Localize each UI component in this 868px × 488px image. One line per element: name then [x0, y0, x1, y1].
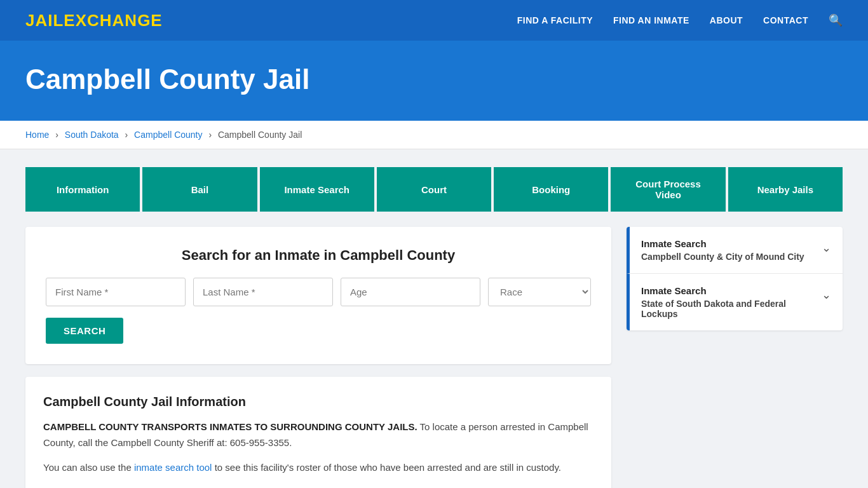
- nav-about[interactable]: ABOUT: [710, 15, 743, 25]
- inmate-search-box: Search for an Inmate in Campbell County …: [25, 227, 611, 364]
- main-nav: FIND A FACILITY FIND AN INMATE ABOUT CON…: [517, 13, 843, 27]
- main-content: Search for an Inmate in Campbell County …: [0, 212, 868, 488]
- sidebar-sd-heading: Inmate Search: [641, 285, 822, 296]
- breadcrumb-home[interactable]: Home: [25, 130, 49, 140]
- search-icon[interactable]: 🔍: [829, 13, 843, 27]
- right-sidebar: Inmate Search Campbell County & City of …: [627, 227, 843, 330]
- chevron-down-icon-campbell: ⌄: [822, 241, 831, 255]
- tab-nearby-jails[interactable]: Nearby Jails: [728, 167, 843, 212]
- tab-inmate-search[interactable]: Inmate Search: [260, 167, 374, 212]
- logo[interactable]: JAILEXCHANGE: [25, 11, 163, 30]
- nav-find-inmate[interactable]: FIND AN INMATE: [613, 15, 689, 25]
- sidebar-item-campbell-text: Inmate Search Campbell County & City of …: [641, 238, 804, 262]
- sidebar-sd-subtext: State of South Dakota and Federal Lockup…: [641, 299, 822, 319]
- breadcrumb-sep-2: ›: [125, 130, 128, 140]
- logo-exchange: EXCHANGE: [64, 11, 162, 30]
- breadcrumb: Home › South Dakota › Campbell County › …: [0, 121, 868, 149]
- search-title: Search for an Inmate in Campbell County: [46, 247, 591, 264]
- info-text-2-before: You can also use the: [43, 462, 134, 473]
- search-fields: Race White Black Hispanic Asian Native A…: [46, 278, 591, 306]
- inmate-search-link[interactable]: inmate search tool: [134, 462, 212, 473]
- sidebar-campbell-subtext: Campbell County & City of Mound City: [641, 252, 804, 262]
- search-button[interactable]: SEARCH: [46, 318, 123, 344]
- tab-information[interactable]: Information: [25, 167, 140, 212]
- breadcrumb-south-dakota[interactable]: South Dakota: [65, 130, 119, 140]
- info-paragraph-2: You can also use the inmate search tool …: [43, 460, 593, 476]
- sidebar-campbell-heading: Inmate Search: [641, 238, 804, 249]
- race-select[interactable]: Race White Black Hispanic Asian Native A…: [488, 278, 591, 306]
- nav-contact[interactable]: CONTACT: [763, 15, 808, 25]
- breadcrumb-current: Campbell County Jail: [218, 130, 302, 140]
- breadcrumb-sep-3: ›: [208, 130, 212, 140]
- tab-court-process-video[interactable]: Court Process Video: [611, 167, 725, 212]
- age-input[interactable]: [341, 278, 480, 306]
- info-box: Campbell County Jail Information CAMPBEL…: [25, 377, 611, 488]
- info-title: Campbell County Jail Information: [43, 395, 593, 409]
- tab-court[interactable]: Court: [377, 167, 491, 212]
- tabs-wrapper: Information Bail Inmate Search Court Boo…: [0, 149, 868, 212]
- chevron-down-icon-sd: ⌄: [822, 288, 831, 302]
- info-text-2-after: to see this facility's roster of those w…: [212, 462, 561, 473]
- last-name-input[interactable]: [193, 278, 333, 306]
- nav-find-facility[interactable]: FIND A FACILITY: [517, 15, 593, 25]
- page-title: Campbell County Jail: [25, 64, 843, 95]
- sidebar-item-sd-text: Inmate Search State of South Dakota and …: [641, 285, 822, 319]
- breadcrumb-sep-1: ›: [55, 130, 58, 140]
- tab-booking[interactable]: Booking: [494, 167, 608, 212]
- sidebar-item-sd[interactable]: Inmate Search State of South Dakota and …: [627, 274, 843, 330]
- tab-bail[interactable]: Bail: [142, 167, 257, 212]
- tabs-bar: Information Bail Inmate Search Court Boo…: [25, 167, 843, 212]
- info-bold: CAMPBELL COUNTY TRANSPORTS INMATES TO SU…: [43, 421, 417, 432]
- hero-section: Campbell County Jail: [0, 41, 868, 121]
- sidebar-card: Inmate Search Campbell County & City of …: [627, 227, 843, 330]
- site-header: JAILEXCHANGE FIND A FACILITY FIND AN INM…: [0, 0, 868, 41]
- breadcrumb-campbell-county[interactable]: Campbell County: [134, 130, 202, 140]
- left-column: Search for an Inmate in Campbell County …: [25, 227, 611, 488]
- info-paragraph-1: CAMPBELL COUNTY TRANSPORTS INMATES TO SU…: [43, 419, 593, 451]
- sidebar-item-campbell[interactable]: Inmate Search Campbell County & City of …: [627, 227, 843, 274]
- logo-jail: JAIL: [25, 11, 64, 30]
- first-name-input[interactable]: [46, 278, 186, 306]
